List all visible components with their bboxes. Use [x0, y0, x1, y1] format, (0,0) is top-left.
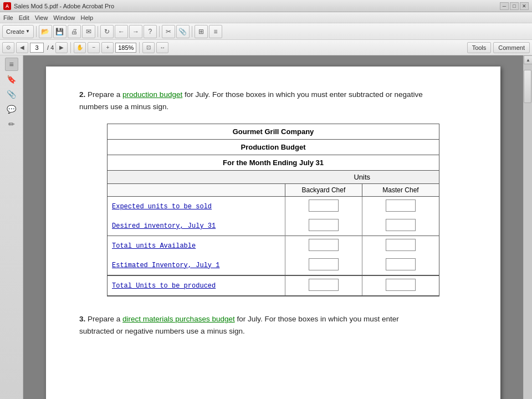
menu-window[interactable]: Window	[53, 14, 75, 21]
email-button[interactable]: ✉	[82, 25, 95, 38]
menu-file[interactable]: File	[3, 14, 13, 21]
toolbar: Create ▼ 📂 💾 🖨 ✉ ↻ ← → ? ✂ 📎 ⊞ ≡	[0, 23, 532, 40]
view-button[interactable]: ⊞	[195, 25, 208, 38]
minimize-button[interactable]: ─	[500, 2, 509, 10]
page-total: / 4	[45, 44, 54, 51]
zoom-out-button[interactable]: −	[88, 42, 100, 53]
estimated-backyard-input[interactable]	[309, 258, 339, 270]
menu-bar: File Edit View Window Help	[0, 12, 532, 23]
window-title: Sales Mod 5.pdf - Adobe Acrobat Pro	[14, 3, 114, 9]
question-2-text: 2. Prepare a production budget for July.…	[79, 89, 467, 112]
q3-text2: for July. For those boxes in which you m…	[235, 315, 399, 323]
back-button[interactable]: ←	[115, 25, 128, 38]
main-area: ≡ 🔖 📎 💬 ✏ 2. Prepare a production budget…	[0, 55, 532, 399]
desired-backyard-input[interactable]	[309, 219, 339, 231]
print-button[interactable]: 🖨	[68, 25, 81, 38]
attach-button[interactable]: 📎	[176, 25, 190, 38]
q3-number: 3.	[79, 315, 85, 323]
table-title-1: Gourmet Grill Company	[108, 124, 439, 140]
tools-button[interactable]: Tools	[467, 42, 492, 53]
restore-button[interactable]: □	[510, 2, 519, 10]
close-button[interactable]: ✕	[520, 2, 529, 10]
total-avail-backyard-input[interactable]	[309, 239, 339, 251]
sidebar-attachment-icon[interactable]: 📎	[5, 88, 18, 101]
row-label-0: Expected units to be sold	[108, 197, 285, 217]
open-button[interactable]: 📂	[39, 25, 52, 38]
total-avail-backyard-cell	[285, 236, 362, 256]
sidebar-sign-icon[interactable]: ✏	[5, 117, 18, 131]
right-scrollbar[interactable]: ▲ ▼	[523, 55, 532, 399]
sidebar-comment-icon[interactable]: 💬	[5, 103, 18, 116]
zoom-in-button[interactable]: +	[101, 42, 114, 53]
document-area: 2. Prepare a production budget for July.…	[23, 55, 523, 399]
total-avail-masterchef-input[interactable]	[386, 239, 416, 251]
direct-materials-link[interactable]: direct materials purchases budget	[122, 315, 235, 323]
total-prod-backyard-cell	[285, 275, 362, 296]
total-avail-masterchef-cell	[362, 236, 439, 256]
scroll-track[interactable]	[524, 64, 532, 399]
estimated-backyard-cell	[285, 255, 362, 275]
comment-button[interactable]: Comment	[493, 42, 530, 53]
total-prod-masterchef-cell	[362, 275, 439, 296]
refresh-button[interactable]: ↻	[100, 25, 114, 38]
nav-toolbar: ⊙ ◀ / 4 ▶ ✋ − + ⊡ ↔ Tools Comment	[0, 40, 532, 55]
expected-backyard-input[interactable]	[309, 200, 339, 212]
page-prev-button[interactable]: ◀	[16, 42, 28, 53]
menu-view[interactable]: View	[35, 14, 48, 21]
units-spacer	[108, 171, 285, 184]
desired-masterchef-cell	[362, 216, 439, 236]
toolbar-separator-2	[98, 26, 98, 37]
nav-separator-1	[70, 42, 71, 53]
table-row: Estimated Inventory, July 1	[108, 255, 439, 275]
forward-button[interactable]: →	[129, 25, 142, 38]
help-button[interactable]: ?	[144, 25, 157, 38]
create-label: Create	[6, 28, 24, 35]
page-next-button[interactable]: ▶	[55, 42, 68, 53]
menu-edit[interactable]: Edit	[19, 14, 29, 21]
create-button[interactable]: Create ▼	[2, 25, 34, 38]
production-budget-link[interactable]: production budget	[122, 90, 182, 99]
sidebar-pages-icon[interactable]: ≡	[5, 58, 18, 71]
expected-masterchef-cell	[362, 197, 439, 217]
table-row: Total Units to be produced	[108, 275, 439, 296]
title-bar: A Sales Mod 5.pdf - Adobe Acrobat Pro ─ …	[0, 0, 532, 12]
row-label-3: Estimated Inventory, July 1	[108, 255, 285, 275]
left-sidebar: ≡ 🔖 📎 💬 ✏	[0, 55, 23, 399]
estimated-masterchef-input[interactable]	[386, 258, 416, 270]
window-controls[interactable]: ─ □ ✕	[500, 2, 529, 10]
table-title-2: Production Budget	[108, 140, 439, 155]
fit-page-button[interactable]: ⊡	[142, 42, 155, 53]
pan-button[interactable]: ✋	[74, 42, 86, 53]
q2-number: 2.	[79, 90, 85, 99]
menu-help[interactable]: Help	[80, 14, 93, 21]
title-bar-left: A Sales Mod 5.pdf - Adobe Acrobat Pro	[3, 2, 114, 10]
zoom-level-input[interactable]	[115, 43, 136, 53]
sidebar-bookmark-icon[interactable]: 🔖	[5, 73, 18, 86]
q3-text3: subtracted or negative numbers use a min…	[79, 327, 245, 335]
toolbar-separator-4	[192, 26, 192, 37]
scroll-up-button[interactable]: ▲	[524, 55, 532, 64]
nav-right-buttons: Tools Comment	[467, 42, 530, 53]
pages-button[interactable]: ≡	[209, 25, 222, 38]
row-label-1: Desired inventory, July 31	[108, 216, 285, 236]
q3-text1: Prepare a	[88, 315, 122, 323]
toolbar-separator-3	[159, 26, 160, 37]
scroll-thumb[interactable]	[524, 70, 531, 103]
home-button[interactable]: ⊙	[2, 42, 14, 53]
tools-icon[interactable]: ✂	[162, 25, 175, 38]
total-prod-backyard-input[interactable]	[309, 279, 339, 291]
acrobat-icon: A	[3, 2, 11, 10]
total-prod-masterchef-input[interactable]	[386, 279, 416, 291]
q2-text3: numbers use a minus sign.	[79, 103, 168, 111]
desired-masterchef-input[interactable]	[386, 219, 416, 231]
master-chef-header: Master Chef	[362, 184, 439, 197]
fit-width-button[interactable]: ↔	[156, 42, 168, 53]
page-number-input[interactable]	[30, 43, 44, 53]
question-3-text: 3. Prepare a direct materials purchases …	[79, 313, 467, 337]
expected-masterchef-input[interactable]	[386, 200, 416, 212]
backyard-chef-header: Backyard Chef	[285, 184, 362, 197]
save-button[interactable]: 💾	[53, 25, 66, 38]
units-header: Units	[285, 171, 439, 184]
q2-text2: for July. For those boxes in which you m…	[182, 90, 422, 99]
toolbar-separator-1	[36, 26, 37, 37]
